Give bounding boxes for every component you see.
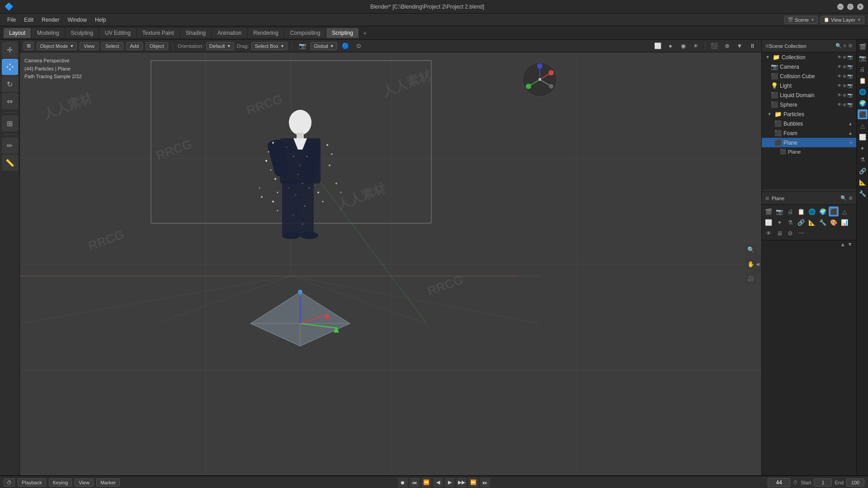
menu-window[interactable]: Window [64,15,90,24]
light-vis-cursor[interactable]: ⊕ [843,83,846,88]
outliner-item-particles-collection[interactable]: ▼ 📁 Particles [762,109,856,119]
sidebar-physics[interactable]: ⚗ [858,155,868,164]
sidebar-mesh[interactable]: △ [858,121,868,131]
outliner-item-plane[interactable]: ⬛ Plane ⊕ [762,138,856,147]
viewport-object-menu[interactable]: Object [146,42,168,50]
tab-modeling[interactable]: Modeling [32,28,65,38]
props-custom-props-btn[interactable]: ⚙ [785,228,795,238]
playback-menu[interactable]: Playback [18,479,46,487]
foam-vis[interactable]: ▲ [848,131,853,136]
sph-vis-eye[interactable]: 👁 [837,102,842,107]
panel-collapse-arrow[interactable]: ◀ [754,255,761,273]
light-vis-render[interactable]: 📷 [847,83,853,88]
props-world-btn[interactable]: 🌍 [818,206,828,216]
annotate-tool[interactable]: ✏ [2,137,18,154]
viewport-add-menu[interactable]: Add [126,42,143,50]
vis-eye[interactable]: 👁 [837,55,842,60]
jump-start-btn[interactable]: ⏮ [410,478,420,488]
sidebar-modifiers[interactable]: 🔧 [858,188,868,198]
tab-animation[interactable]: Animation [212,28,247,38]
sidebar-render[interactable]: 📷 [858,53,868,63]
maximize-button[interactable]: □ [847,4,854,10]
tab-scripting[interactable]: Scripting [326,28,359,38]
sidebar-output[interactable]: 🖨 [858,64,868,74]
viewport-camera-btn[interactable]: 📷 [297,41,308,52]
transform-global-selector[interactable]: Global ▼ [311,42,337,50]
particles-expand[interactable]: ▼ [767,112,772,117]
sidebar-scene-data[interactable]: 🌐 [858,87,868,97]
outliner-options-icon[interactable]: ⚙ [848,43,853,49]
wireframe-btn[interactable]: ⬜ [652,41,663,52]
props-shader-fx-btn[interactable]: 🎨 [829,217,839,227]
next-keyframe-btn[interactable]: ⏩ [468,478,478,488]
cursor-tool[interactable]: ✛ [2,42,18,58]
props-output-btn[interactable]: 🖨 [785,206,795,216]
col-vis-eye[interactable]: 👁 [837,74,842,79]
sidebar-object[interactable]: ⬛ [858,109,868,119]
record-btn[interactable]: ⏺ [398,478,408,488]
proportional-edit-btn[interactable]: ⊙ [354,41,364,52]
viewport-view-menu[interactable]: View [80,42,99,50]
prev-keyframe-btn[interactable]: ⏪ [421,478,431,488]
cam-vis-eye[interactable]: 👁 [837,64,842,69]
outliner-item-light[interactable]: 💡 Light 👁 ⊕ 📷 [762,81,856,90]
frame-end-input[interactable] [846,479,864,487]
outliner-item-camera[interactable]: 📷 Camera 👁 ⊕ 📷 [762,62,856,71]
scale-tool[interactable]: ⇔ [2,93,18,109]
collection-expand[interactable]: ▼ [765,55,770,60]
sidebar-constraints[interactable]: 🔗 [858,166,868,176]
expand-icon2[interactable]: ▼ [847,241,853,248]
liq-vis-cursor[interactable]: ⊕ [843,93,846,98]
close-button[interactable]: ✕ [857,4,863,10]
marker-menu[interactable]: Marker [96,479,120,487]
overlay-btn[interactable]: ⬛ [709,41,720,52]
col-vis-render[interactable]: 📷 [847,74,853,79]
tab-compositing[interactable]: Compositing [285,28,326,38]
keying-menu[interactable]: Keying [49,479,72,487]
outliner-item-liquid-domain[interactable]: ⬛ Liquid Domain 👁 ⊕ 📷 [762,90,856,100]
camera-view-btn[interactable]: 🎥 [745,272,757,284]
play-btn[interactable]: ▶ [445,478,455,488]
editor-type-selector[interactable]: ⊞ [24,42,34,50]
tab-sculpting[interactable]: Sculpting [66,28,99,38]
expand-icon[interactable]: ▲ [840,241,845,248]
sidebar-material[interactable]: ⬜ [858,132,868,142]
outliner-item-collection[interactable]: ▼ 📁 Collection 👁 ⊕ 📷 [762,52,856,62]
bub-vis[interactable]: ▲ [848,121,853,126]
props-scene-btn[interactable]: 🎬 [764,206,774,216]
props-expand-all[interactable]: ⊕ [849,195,853,201]
tab-shading[interactable]: Shading [180,28,211,38]
current-frame-input[interactable] [768,478,790,487]
sidebar-particles[interactable]: ✦ [858,143,868,153]
props-object-data-btn[interactable]: 📐 [807,217,817,227]
filter-btn[interactable]: 🔍 [835,43,842,49]
liq-vis-eye[interactable]: 👁 [837,93,842,98]
col-vis-cursor[interactable]: ⊕ [843,74,846,79]
props-physics-btn[interactable]: ⚗ [785,217,795,227]
next-frame-btn[interactable]: ▶▶ [457,478,467,488]
outliner-filter-icon[interactable]: ≡ [844,43,846,49]
snap-btn[interactable]: 🔵 [340,41,351,52]
view-menu[interactable]: View [75,479,94,487]
viewport-shading-extras[interactable]: ▼ [734,41,745,52]
vis-render[interactable]: 📷 [847,55,853,60]
rendered-preview-btn[interactable]: ☀ [690,41,701,52]
outliner-item-bubbles[interactable]: ⬛ Bubbles ▲ [762,119,856,128]
light-vis-eye[interactable]: 👁 [837,83,842,88]
props-particles-btn[interactable]: ✦ [774,217,784,227]
outliner-item-plane-sub[interactable]: ⬛ Plane [762,147,856,156]
tab-texture-paint[interactable]: Texture Paint [137,28,179,38]
props-motion-path-btn[interactable]: 〰 [796,228,806,238]
scene-selector[interactable]: 🎬 Scene ▼ [784,16,818,24]
props-render-btn[interactable]: 📷 [774,206,784,216]
props-vp-display-btn[interactable]: 🖥 [774,228,784,238]
viewport-select-menu[interactable]: Select [101,42,123,50]
measure-tool[interactable]: 📏 [2,155,18,171]
view-layer-selector[interactable]: 📋 View Layer ▼ [821,16,864,24]
props-filter[interactable]: 🔍 [840,195,847,201]
props-modifiers-btn[interactable]: 🔧 [818,217,828,227]
sph-vis-render[interactable]: 📷 [847,102,853,107]
frame-start-input[interactable] [814,479,832,487]
props-view-layer-btn[interactable]: 📋 [796,206,806,216]
sidebar-scene[interactable]: 🎬 [858,42,868,52]
